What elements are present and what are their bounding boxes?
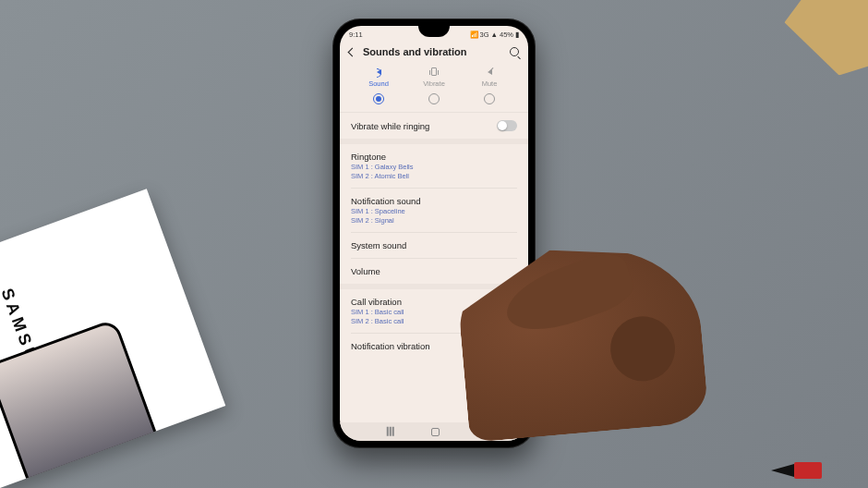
mode-sound-label: Sound [368,79,389,88]
status-battery: 45% [500,30,513,39]
sound-mode-tabs: Sound Vibrate Mute [340,63,528,88]
row-vibrate-while-ringing[interactable]: Vibrate while ringing [340,113,528,139]
battery-icon: ▮ [515,30,519,39]
status-network: 3G [480,30,489,39]
nav-recents-icon[interactable] [390,427,392,436]
app-header: Sounds and vibration [340,43,528,63]
radio-sound[interactable] [373,93,384,104]
back-icon[interactable] [348,47,357,56]
ringtone-sim1: SIM 1 : Galaxy Bells [351,163,517,171]
mode-mute-label: Mute [482,79,498,88]
samsung-box-prop: SAMSUNG [0,189,225,488]
mode-sound[interactable]: Sound [351,67,406,88]
radio-mute[interactable] [484,93,495,104]
speaker-icon [377,69,381,75]
notification-sound-sim1: SIM 1 : Spaceline [351,207,517,215]
radio-vibrate[interactable] [428,93,440,104]
status-signal-icon: ▲ [491,30,498,39]
vibrate-icon [431,67,437,76]
usb-stick-prop [794,462,822,479]
ringtone-label: Ringtone [351,152,517,162]
mute-icon [488,69,492,75]
vibrate-ringing-toggle[interactable] [497,120,517,131]
page-title: Sounds and vibration [363,46,502,57]
nav-home-icon[interactable] [431,428,440,436]
mode-vibrate-label: Vibrate [423,79,445,88]
wooden-prop [775,0,868,87]
notification-sound-sim2: SIM 2 : Signal [351,216,517,225]
mode-radio-row [340,88,528,113]
status-time: 9:11 [349,30,363,39]
vibrate-ringing-label: Vibrate while ringing [351,121,429,131]
notification-sound-label: Notification sound [351,196,517,206]
row-volume[interactable]: Volume [340,259,528,284]
mode-mute[interactable]: Mute [462,67,517,88]
mode-vibrate[interactable]: Vibrate [406,67,462,88]
ringtone-sim2: SIM 2 : Atomic Bell [351,172,517,180]
status-network-icon: 📶 [470,30,478,39]
row-ringtone[interactable]: Ringtone SIM 1 : Galaxy Bells SIM 2 : At… [340,144,528,188]
system-sound-label: System sound [351,240,517,250]
status-right: 📶 3G ▲ 45% ▮ [470,30,519,39]
search-icon[interactable] [510,47,519,56]
volume-label: Volume [351,266,517,276]
row-notification-sound[interactable]: Notification sound SIM 1 : Spaceline SIM… [340,189,528,232]
row-system-sound[interactable]: System sound [340,233,528,258]
